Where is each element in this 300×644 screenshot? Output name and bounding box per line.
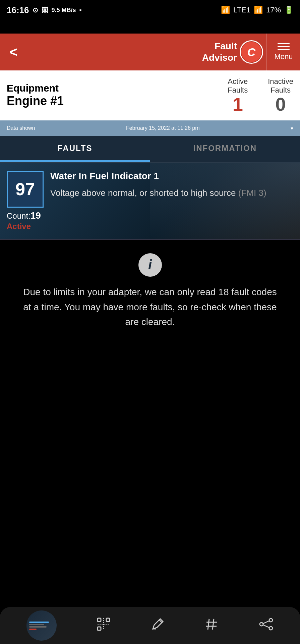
- info-icon-circle: i: [138, 253, 162, 277]
- svg-point-13: [269, 627, 273, 630]
- fault-card[interactable]: 97 Count:19 Active Water In Fuel Indicat…: [0, 163, 300, 239]
- signal-bars-icon: 📶: [254, 6, 263, 14]
- tab-faults[interactable]: FAULTS: [0, 136, 150, 162]
- fault-card-wrapper: 97 Count:19 Active Water In Fuel Indicat…: [0, 163, 300, 240]
- cummins-logo: C: [240, 40, 263, 64]
- fault-title: Water In Fuel Indicator 1: [50, 171, 293, 181]
- equipment-title-block: Equipment Engine #1: [7, 83, 64, 108]
- info-message-text: Due to limits in your adapter, we can on…: [20, 285, 280, 330]
- svg-rect-1: [106, 618, 110, 622]
- equipment-label: Equipment: [7, 83, 64, 94]
- status-bar: 16:16 ⊙ 🖼 9.5 MB/s ▪ 📶 LTE1 📶 17% 🔋: [0, 0, 300, 20]
- nav-hash-icon[interactable]: [204, 617, 219, 635]
- hamburger-icon: [278, 43, 290, 50]
- nav-share-icon[interactable]: [259, 617, 274, 635]
- nav-edit-icon[interactable]: [150, 617, 165, 635]
- battery-percent: 17%: [266, 6, 281, 14]
- active-faults-counter: ActiveFaults 1: [228, 77, 248, 114]
- header-center: Fault Advisor C: [27, 40, 266, 64]
- status-time: 16:16: [7, 5, 29, 15]
- active-faults-value: 1: [233, 95, 243, 114]
- svg-line-8: [213, 619, 214, 630]
- top-spacer: [0, 20, 300, 34]
- screen-record-icon: ⊙: [33, 6, 38, 14]
- speed-icon: 9.5 MB/s: [52, 7, 76, 14]
- image-icon: 🖼: [42, 6, 48, 14]
- info-message-section: i Due to limits in your adapter, we can …: [0, 240, 300, 343]
- thumb-image: [26, 610, 57, 641]
- signal-label: LTE1: [233, 6, 250, 14]
- svg-line-14: [263, 621, 269, 624]
- equipment-section: Equipment Engine #1 ActiveFaults 1 Inact…: [0, 70, 300, 120]
- data-shown-bar[interactable]: Data shown February 15, 2022 at 11:26 pm…: [0, 120, 300, 136]
- nav-scan-icon[interactable]: [96, 617, 111, 635]
- fault-count-label: Count:19: [7, 210, 41, 221]
- svg-point-12: [260, 623, 263, 626]
- fault-code-box: 97: [7, 171, 44, 208]
- fault-counters: ActiveFaults 1 InactiveFaults 0: [228, 77, 293, 114]
- fault-count-value: 19: [31, 210, 41, 221]
- svg-rect-0: [98, 618, 101, 622]
- bottom-nav: [0, 607, 300, 644]
- thumbnail-preview[interactable]: [26, 610, 57, 641]
- tabs-bar: FAULTS INFORMATION: [0, 136, 300, 163]
- tab-faults-label: FAULTS: [58, 144, 93, 153]
- data-shown-label: Data shown: [7, 125, 35, 131]
- sim-icon: ▪: [79, 6, 82, 14]
- inactive-faults-counter: InactiveFaults 0: [268, 77, 293, 114]
- svg-rect-2: [98, 627, 101, 630]
- svg-point-11: [269, 619, 273, 622]
- app-header: < Fault Advisor C Menu: [0, 34, 300, 70]
- svg-line-15: [263, 625, 269, 628]
- active-faults-label: ActiveFaults: [228, 77, 248, 95]
- fault-status-badge: Active: [7, 222, 41, 231]
- tab-information[interactable]: INFORMATION: [150, 136, 300, 162]
- app-name-advisor: Advisor: [202, 52, 237, 63]
- fault-code-number: 97: [15, 179, 35, 199]
- equipment-name: Engine #1: [7, 94, 64, 108]
- svg-line-7: [208, 619, 209, 630]
- info-icon: i: [148, 257, 152, 272]
- back-arrow-icon: <: [9, 45, 17, 60]
- wifi-icon: 📶: [221, 6, 230, 14]
- battery-icon: 🔋: [284, 6, 293, 14]
- inactive-faults-value: 0: [276, 95, 286, 114]
- fault-fmi: (FMI 3): [238, 188, 266, 198]
- fault-info: Water In Fuel Indicator 1 Voltage above …: [50, 171, 293, 231]
- app-name-fault: Fault: [215, 41, 237, 52]
- menu-label: Menu: [274, 52, 293, 61]
- back-button[interactable]: <: [0, 34, 27, 70]
- data-shown-chevron-icon: ▾: [291, 125, 293, 131]
- cummins-c-letter: C: [247, 46, 256, 59]
- fault-description: Voltage above normal, or shorted to high…: [50, 187, 293, 199]
- header-title-row: Fault Advisor C: [202, 40, 263, 64]
- inactive-faults-label: InactiveFaults: [268, 77, 293, 95]
- data-shown-date: February 15, 2022 at 11:26 pm: [126, 125, 200, 131]
- menu-button[interactable]: Menu: [266, 34, 300, 70]
- main-content: 97 Count:19 Active Water In Fuel Indicat…: [0, 163, 300, 383]
- tab-information-label: INFORMATION: [193, 144, 257, 153]
